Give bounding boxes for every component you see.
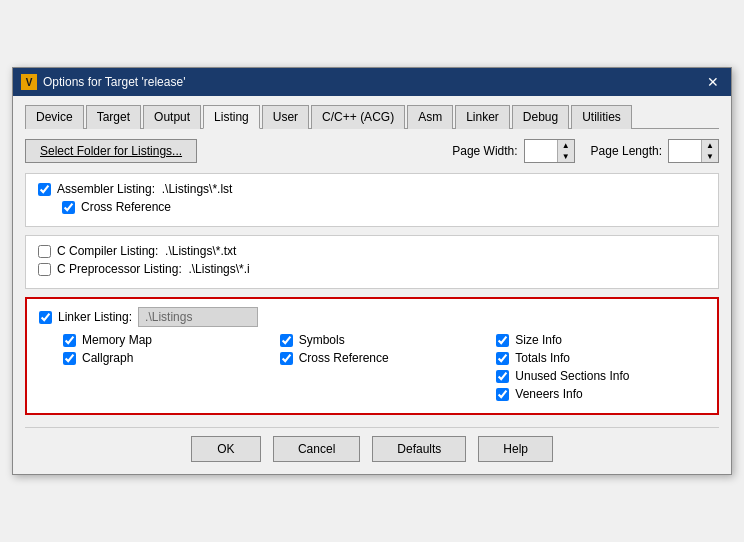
app-icon: V <box>21 74 37 90</box>
memory-map-checkbox[interactable] <box>63 334 76 347</box>
symbols-label[interactable]: Symbols <box>299 333 345 347</box>
assembler-listing-checkbox[interactable] <box>38 183 51 196</box>
page-width-spinner-btns: ▲ ▼ <box>557 140 574 162</box>
bottom-buttons: OK Cancel Defaults Help <box>25 427 719 462</box>
c-preprocessor-label[interactable]: C Preprocessor Listing: .\Listings\*.i <box>57 262 250 276</box>
tab-user[interactable]: User <box>262 105 309 129</box>
tab-bar: Device Target Output Listing User C/C++ … <box>25 104 719 129</box>
c-compiler-checkbox[interactable] <box>38 245 51 258</box>
page-width-up[interactable]: ▲ <box>558 140 574 151</box>
c-compiler-path: .\Listings\*.txt <box>165 244 236 258</box>
veneers-info-checkbox[interactable] <box>496 388 509 401</box>
page-length-down[interactable]: ▼ <box>702 151 718 162</box>
c-preprocessor-checkbox[interactable] <box>38 263 51 276</box>
size-info-checkbox[interactable] <box>496 334 509 347</box>
defaults-button[interactable]: Defaults <box>372 436 466 462</box>
linker-col2: Symbols Cross Reference <box>280 333 489 405</box>
c-preprocessor-row: C Preprocessor Listing: .\Listings\*.i <box>38 262 706 276</box>
veneers-info-label[interactable]: Veneers Info <box>515 387 582 401</box>
page-width-down[interactable]: ▼ <box>558 151 574 162</box>
veneers-info-row: Veneers Info <box>496 387 705 401</box>
unused-sections-row: Unused Sections Info <box>496 369 705 383</box>
title-bar-left: V Options for Target 'release' <box>21 74 185 90</box>
ok-button[interactable]: OK <box>191 436 261 462</box>
memory-map-row: Memory Map <box>63 333 272 347</box>
select-folder-button[interactable]: Select Folder for Listings... <box>25 139 197 163</box>
totals-info-label[interactable]: Totals Info <box>515 351 570 365</box>
title-bar: V Options for Target 'release' ✕ <box>13 68 731 96</box>
close-button[interactable]: ✕ <box>703 72 723 92</box>
callgraph-row: Callgraph <box>63 351 272 365</box>
linker-cross-ref-row: Cross Reference <box>280 351 489 365</box>
linker-col3: Size Info Totals Info Unused Sections In… <box>496 333 705 405</box>
linker-options-grid: Memory Map Callgraph Symbols Cro <box>63 333 705 405</box>
symbols-checkbox[interactable] <box>280 334 293 347</box>
tab-device[interactable]: Device <box>25 105 84 129</box>
c-compiler-label[interactable]: C Compiler Listing: .\Listings\*.txt <box>57 244 236 258</box>
linker-listing-label[interactable]: Linker Listing: <box>58 310 132 324</box>
linker-listing-path: .\Listings <box>138 307 258 327</box>
page-length-spinner-btns: ▲ ▼ <box>701 140 718 162</box>
tab-target[interactable]: Target <box>86 105 141 129</box>
tab-debug[interactable]: Debug <box>512 105 569 129</box>
linker-top: Linker Listing: .\Listings <box>39 307 705 327</box>
page-length-field: Page Length: 66 ▲ ▼ <box>591 139 719 163</box>
c-preprocessor-path: .\Listings\*.i <box>188 262 249 276</box>
assembler-section: Assembler Listing: .\Listings\*.lst Cros… <box>25 173 719 227</box>
compiler-section: C Compiler Listing: .\Listings\*.txt C P… <box>25 235 719 289</box>
c-compiler-row: C Compiler Listing: .\Listings\*.txt <box>38 244 706 258</box>
tab-asm[interactable]: Asm <box>407 105 453 129</box>
page-width-spinner[interactable]: 79 ▲ ▼ <box>524 139 575 163</box>
linker-section: Linker Listing: .\Listings Memory Map Ca… <box>25 297 719 415</box>
cross-reference-checkbox[interactable] <box>62 201 75 214</box>
help-button[interactable]: Help <box>478 436 553 462</box>
callgraph-checkbox[interactable] <box>63 352 76 365</box>
unused-sections-label[interactable]: Unused Sections Info <box>515 369 629 383</box>
assembler-listing-label[interactable]: Assembler Listing: .\Listings\*.lst <box>57 182 232 196</box>
main-content: Device Target Output Listing User C/C++ … <box>13 96 731 474</box>
linker-cross-ref-checkbox[interactable] <box>280 352 293 365</box>
linker-cross-ref-label[interactable]: Cross Reference <box>299 351 389 365</box>
totals-info-checkbox[interactable] <box>496 352 509 365</box>
page-length-spinner[interactable]: 66 ▲ ▼ <box>668 139 719 163</box>
unused-sections-checkbox[interactable] <box>496 370 509 383</box>
tab-utilities[interactable]: Utilities <box>571 105 632 129</box>
size-info-label[interactable]: Size Info <box>515 333 562 347</box>
size-info-row: Size Info <box>496 333 705 347</box>
tab-ccc[interactable]: C/C++ (ACG) <box>311 105 405 129</box>
page-width-field: Page Width: 79 ▲ ▼ <box>452 139 574 163</box>
window-title: Options for Target 'release' <box>43 75 185 89</box>
options-window: V Options for Target 'release' ✕ Device … <box>12 67 732 475</box>
page-length-label: Page Length: <box>591 144 662 158</box>
callgraph-label[interactable]: Callgraph <box>82 351 133 365</box>
cross-ref-row: Cross Reference <box>62 200 706 214</box>
page-length-input[interactable]: 66 <box>669 142 701 160</box>
page-length-up[interactable]: ▲ <box>702 140 718 151</box>
linker-listing-checkbox[interactable] <box>39 311 52 324</box>
tab-output[interactable]: Output <box>143 105 201 129</box>
linker-col1: Memory Map Callgraph <box>63 333 272 405</box>
top-controls: Select Folder for Listings... Page Width… <box>25 139 719 163</box>
page-controls: Page Width: 79 ▲ ▼ Page Length: 66 <box>452 139 719 163</box>
assembler-path: .\Listings\*.lst <box>162 182 233 196</box>
assembler-listing-row: Assembler Listing: .\Listings\*.lst <box>38 182 706 196</box>
symbols-row: Symbols <box>280 333 489 347</box>
page-width-input[interactable]: 79 <box>525 142 557 160</box>
memory-map-label[interactable]: Memory Map <box>82 333 152 347</box>
tab-listing[interactable]: Listing <box>203 105 260 129</box>
totals-info-row: Totals Info <box>496 351 705 365</box>
tab-linker[interactable]: Linker <box>455 105 510 129</box>
cancel-button[interactable]: Cancel <box>273 436 360 462</box>
cross-reference-label[interactable]: Cross Reference <box>81 200 171 214</box>
page-width-label: Page Width: <box>452 144 517 158</box>
